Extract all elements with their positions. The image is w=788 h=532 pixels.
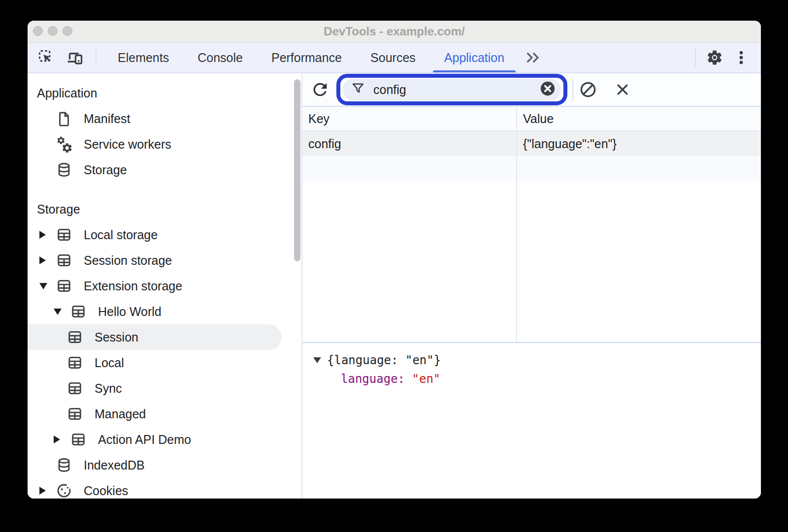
traffic-lights: [33, 26, 72, 36]
inspect-element-icon[interactable]: [35, 47, 57, 68]
sidebar-section-application: Application: [28, 80, 301, 106]
column-resize-handle[interactable]: [516, 107, 517, 342]
chevron-right-icon[interactable]: [37, 256, 55, 264]
title-bar: DevTools - example.com/: [28, 21, 761, 43]
sidebar-scrollbar[interactable]: [294, 79, 300, 261]
sidebar-item-action-api-demo[interactable]: Action API Demo: [28, 427, 301, 452]
toolbar-divider-right: [695, 48, 696, 67]
sidebar-item-label: IndexedDB: [84, 458, 145, 472]
table-icon: [55, 226, 73, 244]
storage-panel: Key Value config {"language":"en"} {lang…: [302, 73, 761, 499]
sidebar-item-storage[interactable]: Storage: [28, 157, 301, 183]
sidebar-item-manifest[interactable]: Manifest: [28, 106, 301, 131]
table-icon: [69, 303, 87, 320]
table-icon: [66, 354, 84, 372]
filter-funnel-icon: [351, 81, 365, 98]
chevron-down-icon[interactable]: [52, 309, 69, 315]
table-icon: [55, 277, 73, 295]
preview-root-row[interactable]: {language: "en"}: [313, 351, 761, 370]
filter-field[interactable]: [343, 79, 561, 100]
tab-elements[interactable]: Elements: [103, 43, 183, 72]
tab-sources[interactable]: Sources: [356, 43, 430, 72]
sidebar-item-label: Hello World: [98, 305, 162, 319]
database-icon: [55, 161, 73, 179]
sidebar-item-label: Session storage: [84, 253, 172, 268]
sidebar-item-label: Managed: [95, 407, 146, 421]
sidebar-item-label: Action API Demo: [98, 433, 191, 447]
table-icon: [66, 328, 84, 346]
sidebar-item-indexeddb[interactable]: IndexedDB: [28, 452, 301, 478]
tab-console[interactable]: Console: [183, 43, 257, 72]
chevron-right-icon[interactable]: [37, 487, 55, 495]
service-workers-icon: [55, 135, 73, 153]
sidebar-item-managed[interactable]: Managed: [28, 401, 301, 427]
close-window-button[interactable]: [33, 26, 43, 36]
sidebar-item-cookies[interactable]: Cookies: [28, 478, 301, 499]
sidebar-item-extension-storage[interactable]: Extension storage: [28, 273, 301, 299]
preview-property-row[interactable]: language: "en": [313, 370, 761, 388]
zoom-window-button[interactable]: [63, 26, 72, 36]
cell-value[interactable]: {"language":"en"}: [516, 137, 761, 151]
sidebar-item-sync[interactable]: Sync: [28, 376, 301, 401]
sidebar-item-local[interactable]: Local: [28, 350, 301, 376]
table-row-empty[interactable]: [302, 156, 761, 181]
json-property-name: language:: [341, 370, 405, 388]
sidebar-item-service-workers[interactable]: Service workers: [28, 131, 301, 157]
devtools-content: Application Manifest: [28, 73, 761, 499]
devtools-window: DevTools - example.com/: [28, 21, 761, 499]
sidebar-item-local-storage[interactable]: Local storage: [28, 222, 301, 248]
column-header-value[interactable]: Value: [516, 112, 761, 126]
screen-background: DevTools - example.com/: [0, 0, 788, 532]
document-icon: [55, 110, 73, 127]
value-preview-pane: {language: "en"} language: "en": [302, 343, 761, 499]
clear-all-icon[interactable]: [577, 79, 599, 100]
chevron-right-icon[interactable]: [37, 231, 55, 239]
more-tabs-icon[interactable]: [519, 43, 547, 72]
table-row[interactable]: config {"language":"en"}: [302, 131, 761, 156]
customize-menu-icon[interactable]: [730, 47, 752, 68]
filterbar-divider: [572, 79, 573, 100]
annotation-highlight-box: [336, 74, 567, 105]
sidebar-item-label: Cookies: [84, 484, 128, 498]
sidebar-item-label: Service workers: [84, 137, 171, 152]
tab-performance[interactable]: Performance: [257, 43, 356, 72]
toolbar-right-group: [695, 43, 761, 72]
filter-input[interactable]: [372, 82, 539, 97]
section-gap: [28, 183, 301, 196]
sidebar-item-label: Local: [95, 356, 124, 370]
chevron-right-icon[interactable]: [52, 436, 69, 443]
sidebar-item-label: Manifest: [84, 112, 130, 126]
settings-gear-icon[interactable]: [704, 47, 725, 68]
table-icon: [66, 405, 84, 423]
table-header: Key Value: [302, 107, 761, 131]
sidebar-section-storage: Storage: [28, 196, 301, 222]
chevron-down-icon[interactable]: [37, 283, 55, 289]
database-icon: [55, 456, 73, 474]
sidebar-item-label: Storage: [84, 163, 127, 177]
sidebar-item-session[interactable]: Session: [28, 324, 282, 350]
toggle-device-toolbar-icon[interactable]: [64, 47, 86, 68]
refresh-icon[interactable]: [309, 79, 331, 100]
cell-key[interactable]: config: [302, 137, 516, 151]
window-title: DevTools - example.com/: [324, 25, 464, 38]
sidebar-item-hello-world[interactable]: Hello World: [28, 299, 301, 324]
storage-items-table: Key Value config {"language":"en"}: [302, 107, 761, 343]
minimize-window-button[interactable]: [48, 26, 58, 36]
application-sidebar: Application Manifest: [28, 73, 302, 499]
delete-selected-icon[interactable]: [612, 79, 633, 100]
devtools-toolbar: Elements Console Performance Sources App…: [28, 43, 761, 73]
chevron-down-icon[interactable]: [313, 357, 321, 363]
cookie-icon: [55, 482, 73, 499]
sidebar-item-label: Local storage: [84, 228, 158, 242]
toolbar-divider: [96, 48, 97, 67]
storage-filter-toolbar: [302, 73, 761, 107]
sidebar-item-label: Sync: [95, 381, 122, 396]
table-icon: [55, 251, 73, 269]
json-property-value: "en": [412, 370, 441, 388]
tab-application[interactable]: Application: [430, 43, 519, 72]
preview-root-text: {language: "en"}: [327, 351, 441, 370]
column-header-key[interactable]: Key: [302, 112, 516, 126]
sidebar-item-session-storage[interactable]: Session storage: [28, 248, 301, 273]
sidebar-item-label: Session: [95, 330, 138, 344]
clear-filter-icon[interactable]: [539, 80, 556, 99]
